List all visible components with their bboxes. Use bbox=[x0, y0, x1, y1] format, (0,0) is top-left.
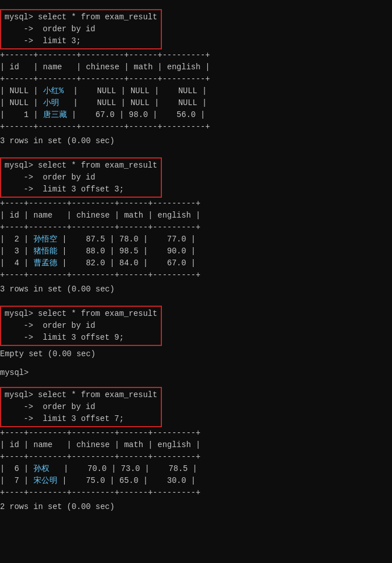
query-line-2-2: -> order by id bbox=[5, 172, 157, 184]
table-sep-1-top: +------+--------+---------+------+------… bbox=[0, 49, 392, 61]
table-sep-4-mid: +----+--------+---------+------+--------… bbox=[0, 451, 392, 463]
table-sep-4-bot: +----+--------+---------+------+--------… bbox=[0, 487, 392, 499]
spacer-3 bbox=[0, 362, 392, 367]
table-row-2-3: | 4 | 曹孟德 | 82.0 | 84.0 | 67.0 | bbox=[0, 257, 392, 269]
terminal: mysql> select * from exam_result -> orde… bbox=[0, 3, 392, 518]
query-block-1: mysql> select * from exam_result -> orde… bbox=[0, 6, 392, 147]
table-sep-2-mid: +----+--------+---------+------+--------… bbox=[0, 222, 392, 233]
table-row-4-1: | 6 | 孙权 | 70.0 | 73.0 | 78.5 | bbox=[0, 463, 392, 475]
result-msg-1: 3 rows in set (0.00 sec) bbox=[0, 135, 392, 147]
query-block-2: mysql> select * from exam_result -> orde… bbox=[0, 154, 392, 295]
table-sep-1-bot: +------+--------+---------+------+------… bbox=[0, 121, 392, 133]
table-row-2-2: | 3 | 猪悟能 | 88.0 | 98.5 | 90.0 | bbox=[0, 245, 392, 257]
query-line-1-2: -> order by id bbox=[5, 23, 157, 35]
table-header-2: | id | name | chinese | math | english | bbox=[0, 210, 392, 222]
table-row-1-3: | 1 | 唐三藏 | 67.0 | 98.0 | 56.0 | bbox=[0, 109, 392, 121]
query-line-4-1: mysql> select * from exam_result bbox=[5, 389, 157, 401]
result-msg-3: Empty set (0.00 sec) bbox=[0, 348, 392, 360]
query-line-4-2: -> order by id bbox=[5, 401, 157, 413]
query-text-2: mysql> select * from exam_result -> orde… bbox=[0, 157, 162, 198]
table-sep-4-top: +----+--------+---------+------+--------… bbox=[0, 427, 392, 439]
table-sep-2-bot: +----+--------+---------+------+--------… bbox=[0, 269, 392, 281]
spacer-1 bbox=[0, 149, 392, 154]
table-row-2-1: | 2 | 孙悟空 | 87.5 | 78.0 | 77.0 | bbox=[0, 233, 392, 245]
query-text-4: mysql> select * from exam_result -> orde… bbox=[0, 387, 162, 427]
query-line-2-3: -> limit 3 offset 3; bbox=[5, 184, 157, 195]
result-msg-2: 3 rows in set (0.00 sec) bbox=[0, 283, 392, 295]
query-line-2-1: mysql> select * from exam_result bbox=[5, 160, 157, 172]
table-row-1-2: | NULL | 小明 | NULL | NULL | NULL | bbox=[0, 97, 392, 109]
table-row-4-2: | 7 | 宋公明 | 75.0 | 65.0 | 30.0 | bbox=[0, 475, 392, 487]
spacer-4 bbox=[0, 379, 392, 383]
query-line-1-1: mysql> select * from exam_result bbox=[5, 11, 157, 23]
query-text-3: mysql> select * from exam_result -> orde… bbox=[0, 306, 162, 346]
query-block-4: mysql> select * from exam_result -> orde… bbox=[0, 383, 392, 513]
query-line-4-3: -> limit 3 offset 7; bbox=[5, 413, 157, 425]
query-block-3: mysql> select * from exam_result -> orde… bbox=[0, 302, 392, 360]
standalone-prompt: mysql> bbox=[0, 367, 392, 379]
table-header-1: | id | name | chinese | math | english | bbox=[0, 61, 392, 73]
table-sep-1-mid: +------+--------+---------+------+------… bbox=[0, 73, 392, 85]
query-text-1: mysql> select * from exam_result -> orde… bbox=[0, 9, 162, 49]
table-sep-2-top: +----+--------+---------+------+--------… bbox=[0, 198, 392, 210]
table-row-1-1: | NULL | 小红% | NULL | NULL | NULL | bbox=[0, 85, 392, 97]
query-line-3-3: -> limit 3 offset 9; bbox=[5, 332, 157, 344]
query-line-3-1: mysql> select * from exam_result bbox=[5, 308, 157, 320]
query-line-1-3: -> limit 3; bbox=[5, 35, 157, 47]
table-header-4: | id | name | chinese | math | english | bbox=[0, 439, 392, 451]
spacer-2 bbox=[0, 298, 392, 302]
result-msg-4: 2 rows in set (0.00 sec) bbox=[0, 501, 392, 513]
query-line-3-2: -> order by id bbox=[5, 320, 157, 332]
